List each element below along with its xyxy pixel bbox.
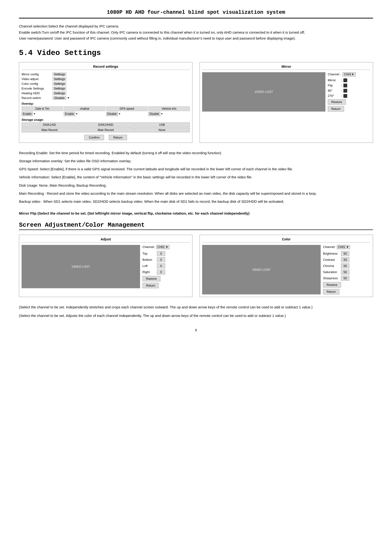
adjust-controls: Channel: CH01 ▼ Top 0 Bottom 0 Loft 0 Ri… [142,245,190,288]
adjust-top-val[interactable]: 0 [157,251,165,256]
mirror-checkbox-270[interactable] [343,94,347,98]
adjust-return-button[interactable]: Return [142,283,159,288]
adjust-channel-row: Channel: CH01 ▼ [142,245,190,249]
record-row-video: Video adjust Settings [21,77,190,81]
overlay-dd-arrow-0: ▼ [33,112,35,115]
overlay-dd-arrow-3: ▼ [161,112,163,115]
overlay-label: Overlay: [21,102,190,105]
adjust-field-top: Top 0 [142,251,190,256]
storage-none: None [134,128,190,132]
mirror-restore-button[interactable]: Restore [328,99,346,105]
adjust-rastore-button[interactable]: Rastore [142,276,161,281]
mirror-channel-label: Channel : [328,72,341,76]
mirror-config-label: Mirror config [21,72,52,76]
color-return-button[interactable]: Return [323,289,339,294]
video-adjust-label: Video adjust [21,77,52,81]
adjust-bottom-val[interactable]: 0 [157,257,165,262]
mirror-video-area: VIDEO LOST [202,72,325,111]
record-switch-arrow: ▼ [67,97,70,99]
storage-main-record-2: Main Record [78,128,133,132]
mirror-option-mirror-label: Mirror [328,78,340,82]
adjust-right-label: Right [142,270,155,274]
record-confirm-button[interactable]: Confirm [84,135,104,140]
record-return-button[interactable]: Return [109,135,127,140]
overlay-dropdown-1[interactable]: Enable ▼ [64,112,105,116]
storage-disk1sd: DISK1/SD [21,122,77,127]
color-contrast-label: Contrast [323,258,340,262]
mirror-checkbox-90[interactable] [343,89,347,93]
mirror-colon-3: : [341,94,342,97]
adjust-right-val[interactable]: 0 [157,270,165,275]
mirror-option-270-label: 270° [328,94,340,97]
mirror-inner: VIDEO LOST Channel : CH01▼ Mirror : Flip… [202,72,371,111]
intro-line-1: Channel selection:Select the channel dis… [19,23,373,29]
overlay-dropdown-3[interactable]: Disable ▼ [148,112,190,116]
color-field-saturation: Saturation 50 [323,270,371,275]
body-p-2: Storage information overlay: Set the vid… [19,158,373,164]
body-p-3: GPS Speed: Select [Enable], if there is … [19,166,373,172]
intro-section: Channel selection:Select the channel dis… [19,23,373,42]
overlay-header-3: Vehicle info [148,106,190,111]
color-video-area: VIDEO LOST [202,245,321,294]
mirror-channel-select[interactable]: CH01▼ [343,72,356,76]
record-row-switch: Record switch Disable ▼ [21,96,190,100]
overlay-dd-val-1[interactable]: Enable [64,112,75,116]
storage-section: Storage usage: DISK1/SD DISK2/HDD USB Ma… [21,118,190,132]
mirror-option-270: 270° : [328,94,371,98]
mirror-channel-row: Channel : CH01▼ [328,72,371,76]
record-switch-value: Disable [52,96,67,100]
overlay-header-1: chathal [64,106,105,111]
mirror-colon-1: : [341,84,342,87]
section-54-title: 5.4 Video Settings [19,48,373,57]
color-field-sharpness: Sharpness 50 [323,276,371,281]
mirror-colon-2: : [341,89,342,92]
color-channel-select[interactable]: CH01 ▼ [337,245,350,249]
color-inner: VIDEO LOST Channel: CH01 ▼ Brightness 50… [202,245,371,294]
mirror-checkbox-flip[interactable] [343,84,347,87]
encode-settings-value: Settings [52,86,67,90]
bottom-panels-row: Adjust VIDEO LOST Channel: CH01 ▼ Top 0 … [19,235,373,297]
mirror-checkbox-mirror[interactable] [343,78,347,82]
footer-p-1: (Select the channel to be set. Independe… [19,304,373,310]
color-video-lost: VIDEO LOST [252,268,271,271]
color-restore-button[interactable]: Restore [323,282,341,288]
video-adjust-value: Settings [52,77,67,81]
adjust-top-label: Top [142,252,155,255]
overlay-dd-val-3[interactable]: Disable [148,112,160,116]
intro-line-3: User name/password: User and password of… [19,35,373,42]
record-row-color: Color config Settings [21,82,190,86]
overlay-dd-val-2[interactable]: Disable [106,112,118,116]
adjust-channel-select[interactable]: CH01 ▼ [156,245,169,249]
color-brightness-val[interactable]: 50 [341,251,349,256]
storage-disk2hdd: DISK2/HDD [78,122,133,127]
record-row-heating: Heating HDD Settings [21,91,190,95]
body-p-4: Vehicle Information: Select [Enable], th… [19,174,373,180]
mirror-return-button[interactable]: Return [328,106,344,111]
record-settings-table: Mirror config Settings Video adjust Sett… [21,72,190,100]
color-saturation-val[interactable]: 50 [341,270,349,275]
body-p-5: Disk Usage: None, Main Recording, Backup… [19,182,373,188]
overlay-dd-val-0[interactable]: Enable [21,112,33,116]
adjust-channel-label: Channel: [142,245,155,249]
overlay-dropdown-2[interactable]: Disable ▼ [106,112,148,116]
color-sharpness-val[interactable]: 50 [341,276,349,281]
mirror-option-90-label: 90° [328,89,340,92]
record-panel-buttons: Confirm Return [21,135,190,140]
color-chroma-val[interactable]: 50 [341,263,349,268]
storage-label: Storage usage: [21,118,190,122]
overlay-dropdown-0[interactable]: Enable ▼ [21,112,63,116]
color-field-contrast: Contrast 50 [323,257,371,262]
adjust-video-lost: VIDEO LOST [72,265,90,268]
color-config-value: Settings [52,82,67,86]
mirror-option-90: 90° : [328,89,371,93]
record-panel-title: Record settings [21,65,190,70]
body-p-1: Recording Enable: Set the time period fo… [19,150,373,156]
adjust-loft-val[interactable]: 0 [157,263,165,268]
color-brightness-label: Brightness [323,252,340,255]
storage-bot-row: Main Record Main Record None [21,128,190,132]
color-config-label: Color config [21,82,52,85]
footer-text: (Select the channel to be set. Independe… [19,304,373,319]
color-controls: Channel: CH01 ▼ Brightness 50 Contrast 5… [323,245,371,294]
color-contrast-val[interactable]: 50 [341,257,349,262]
mirror-panel: Mirror VIDEO LOST Channel : CH01▼ Mirror… [200,62,373,143]
